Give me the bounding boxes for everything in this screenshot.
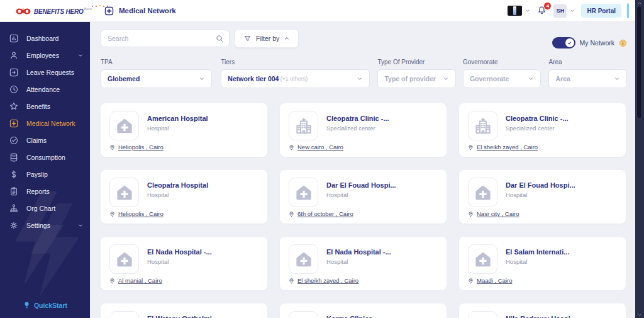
avatar: SH	[553, 4, 567, 18]
provider-location-link[interactable]: El sheikh zayed , Cairo	[288, 277, 358, 284]
filter-value: Globemed	[108, 75, 140, 82]
sidebar-item-employees[interactable]: Employees	[0, 47, 90, 64]
filter-area-select[interactable]: Area	[548, 69, 627, 88]
sidebar-item-medical-network[interactable]: Medical Network	[0, 115, 90, 132]
filter-label: TPA	[101, 59, 212, 65]
hospital-icon	[468, 244, 497, 274]
filter-tiers-select[interactable]: Network tier 004 (+1 others)	[221, 69, 370, 88]
chevron-down-icon	[569, 8, 575, 14]
my-network-control: My Network	[552, 37, 627, 48]
funnel-icon	[243, 35, 252, 43]
info-icon[interactable]	[619, 39, 627, 47]
consumption-icon	[9, 152, 19, 162]
hospital-icon	[109, 244, 139, 274]
scroll-down-icon[interactable]	[636, 312, 643, 317]
provider-type: Hospital	[147, 191, 208, 198]
provider-location-link[interactable]: El sheikh zayed , Cairo	[467, 144, 538, 150]
provider-card[interactable]: Dar El Fouad Hospi... Hospital 6th of oc…	[280, 170, 447, 224]
claims-icon	[9, 135, 19, 145]
filter-label: Area	[548, 59, 627, 65]
sidebar-item-settings[interactable]: Settings	[0, 217, 90, 234]
provider-card[interactable]: Cleopatra Hospital Hospital Heliopolis ,…	[101, 170, 267, 224]
filter-governorate-select[interactable]: Governorate	[463, 69, 541, 88]
provider-card[interactable]: Cleopatra Clinic -... Specialized center…	[459, 103, 626, 157]
filter-group: TPA Globemed	[101, 59, 212, 88]
sidebar-item-reports[interactable]: Reports	[0, 183, 90, 200]
hero-mask-icon	[16, 6, 31, 15]
toolbar: Filter by My Network	[101, 28, 627, 48]
notifications-button[interactable]: 4	[536, 5, 548, 16]
page-title: Medical Network	[104, 6, 176, 16]
brand-logo: BENEFITS HEROBeta	[0, 6, 90, 15]
provider-location: Heliopolis , Cairo	[118, 144, 164, 150]
provider-card[interactable]: El Nada Hospital -... Hospital Al manial…	[101, 237, 267, 290]
provider-location-link[interactable]: 6th of october , Cairo	[288, 210, 353, 217]
provider-location: El sheikh zayed , Cairo	[297, 277, 358, 284]
user-menu[interactable]: SH	[553, 4, 575, 18]
location-pin-icon	[109, 277, 116, 284]
scrollbar-thumb[interactable]	[636, 6, 642, 119]
provider-card[interactable]: El Watany Opthalmi...	[101, 304, 267, 318]
sidebar-nav: Dashboard Employees Leave Requests Atten…	[0, 22, 90, 234]
provider-card[interactable]: Dar El Fouad Hospi... Hospital Nasr city…	[459, 170, 626, 224]
notification-badge: 4	[543, 2, 552, 10]
location-pin-icon	[109, 210, 116, 217]
language-flag-icon	[508, 6, 522, 16]
sidebar-item-label: Org Chart	[26, 205, 77, 212]
topbar: BENEFITS HEROBeta Medical Network 4 SH H…	[0, 0, 635, 22]
filter-tpa-select[interactable]: Globemed	[101, 69, 212, 88]
search-input[interactable]	[101, 30, 230, 47]
provider-card[interactable]: Nile Badrawy Hospi...	[459, 304, 626, 318]
location-pin-icon	[288, 277, 295, 284]
sidebar-item-attendance[interactable]: Attendance	[0, 81, 90, 98]
main-content: Filter by My Network TPA Globemed Tiers …	[90, 22, 635, 318]
beta-tag: Beta	[84, 7, 92, 11]
provider-card[interactable]: El Nada Hospital -... Hospital El sheikh…	[280, 237, 447, 290]
sidebar-item-payslip[interactable]: Payslip	[0, 166, 90, 183]
my-network-label: My Network	[580, 39, 614, 47]
sidebar-item-claims[interactable]: Claims	[0, 132, 90, 149]
my-network-toggle[interactable]	[552, 37, 575, 48]
provider-location-link[interactable]: Heliopolis , Cairo	[109, 144, 164, 150]
hr-portal-button[interactable]: HR Portal	[581, 4, 621, 18]
provider-location-link[interactable]: Maadi , Cairo	[467, 277, 513, 284]
sidebar-item-consumption[interactable]: Consumption	[0, 149, 90, 166]
sidebar-item-org-chart[interactable]: Org Chart	[0, 200, 90, 217]
provider-card[interactable]: Cleopatra Clinic -... Specialized center…	[280, 103, 447, 157]
provider-location-link[interactable]: Al manial , Cairo	[109, 277, 162, 284]
location-pin-icon	[467, 277, 474, 284]
provider-card[interactable]: Karma Clinics	[280, 304, 447, 318]
scroll-up-icon[interactable]	[636, 1, 643, 6]
toggle-knob-check-icon	[565, 38, 574, 47]
filter-value: Area	[555, 75, 570, 82]
filter-group: Governorate Governorate	[463, 59, 541, 88]
provider-location-link[interactable]: New cairo , Cairo	[288, 144, 343, 150]
medical-network-icon	[9, 118, 19, 128]
vertical-scrollbar[interactable]	[635, 0, 644, 318]
filter-type-of-provider-select[interactable]: Type of provider	[377, 69, 456, 88]
provider-location-link[interactable]: Heliopolis , Cairo	[109, 210, 164, 217]
provider-card[interactable]: El Salam Internati... Hospital Maadi , C…	[459, 237, 626, 290]
sidebar-item-label: Medical Network	[26, 120, 77, 127]
sidebar-item-dashboard[interactable]: Dashboard	[0, 30, 90, 47]
filter-by-button[interactable]: Filter by	[235, 29, 299, 48]
provider-card[interactable]: American Hospital Hospital Heliopolis , …	[101, 103, 267, 157]
sidebar-item-label: Benefits	[26, 103, 77, 110]
quickstart-button[interactable]: QuickStart	[0, 301, 90, 309]
chevron-down-icon	[199, 76, 205, 82]
sidebar-item-label: Reports	[26, 188, 77, 195]
sidebar-item-label: Leave Requests	[26, 69, 77, 76]
sidebar-item-leave-requests[interactable]: Leave Requests	[0, 64, 90, 81]
language-selector[interactable]	[508, 6, 531, 16]
chevron-down-icon	[614, 76, 620, 82]
provider-name: El Nada Hospital -...	[326, 244, 391, 256]
provider-location: Al manial , Cairo	[118, 277, 162, 284]
provider-type: Hospital	[326, 258, 391, 265]
provider-name: Dar El Fouad Hospi...	[506, 178, 575, 189]
hospital-icon	[109, 111, 139, 140]
provider-location-link[interactable]: Nasr city , Cairo	[467, 210, 519, 217]
provider-location: Maadi , Cairo	[477, 277, 513, 284]
provider-name: Cleopatra Hospital	[147, 178, 208, 189]
provider-type: Hospital	[147, 258, 212, 265]
sidebar-item-benefits[interactable]: Benefits	[0, 98, 90, 115]
